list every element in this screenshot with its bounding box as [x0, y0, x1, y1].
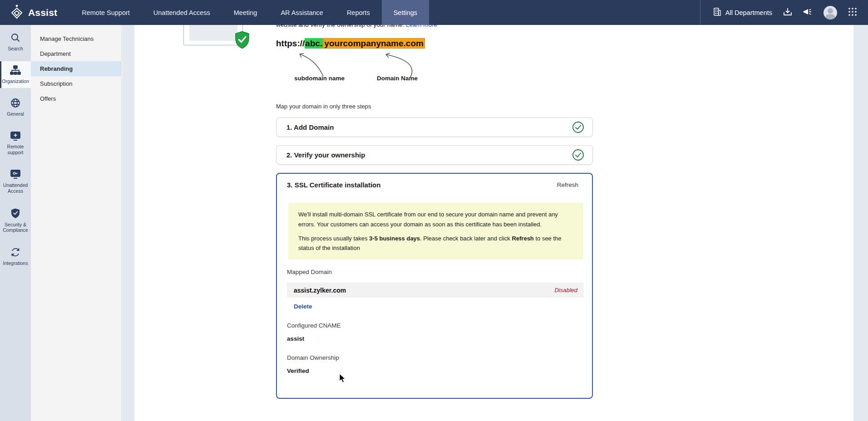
monitor-plus-icon	[10, 131, 21, 142]
mapped-domain-value: assist.zylker.com	[294, 287, 346, 294]
department-selector[interactable]: All Departments	[713, 7, 772, 18]
content-left-gutter	[122, 25, 134, 421]
brand-name: Assist	[28, 7, 57, 18]
brand[interactable]: Assist	[0, 0, 70, 25]
domain-caption: Domain Name	[377, 75, 418, 82]
mapped-domain-label: Mapped Domain	[287, 269, 332, 275]
nav-item-ar-assistance[interactable]: AR Assistance	[269, 0, 335, 25]
rail-item-label: Remote support	[2, 144, 29, 155]
rail-item-general[interactable]: General	[0, 94, 31, 121]
rail-item-security-compliance[interactable]: Security & Compliance	[0, 204, 31, 237]
ssl-info-notice: We'll install multi-domain SSL certifica…	[288, 203, 583, 259]
download-icon[interactable]	[783, 7, 792, 18]
content-scrollbar-track[interactable]	[853, 25, 868, 421]
submenu-item-subscription[interactable]: Subscription	[31, 76, 121, 91]
integrations-icon	[10, 247, 20, 259]
nav-item-reports[interactable]: Reports	[335, 0, 382, 25]
org-chart-icon	[10, 65, 21, 77]
nav-item-settings[interactable]: Settings	[382, 0, 429, 25]
step-title: 2. Verify your ownership	[286, 151, 365, 159]
nav-item-meeting[interactable]: Meeting	[222, 0, 269, 25]
nav-item-remote-support[interactable]: Remote Support	[70, 0, 142, 25]
domain-status-badge: Disabled	[554, 287, 577, 294]
monitor-key-icon	[10, 169, 21, 181]
user-avatar[interactable]	[824, 6, 837, 20]
cname-label: Configured CNAME	[287, 322, 341, 329]
ownership-value: Verified	[287, 367, 309, 374]
zoho-assist-app: Assist Remote Support Unattended Access …	[0, 0, 868, 421]
app-grid-icon[interactable]	[848, 7, 857, 18]
submenu-item-rebranding[interactable]: Rebranding	[31, 61, 121, 76]
rail-item-search[interactable]: Search	[0, 29, 31, 55]
rebranding-content: website and verify the ownership of your…	[134, 25, 853, 421]
refresh-button[interactable]: Refresh	[557, 181, 578, 188]
submenu-item-manage-technicians[interactable]: Manage Technicians	[31, 31, 121, 46]
step-complete-icon	[572, 149, 584, 161]
mapped-domain-row: assist.zylker.com Disabled	[287, 283, 584, 298]
browser-window-inner	[189, 25, 237, 41]
step-verify-ownership[interactable]: 2. Verify your ownership	[276, 145, 593, 165]
steps-heading: Map your domain in only three steps	[276, 103, 371, 110]
rail-item-label: Search	[8, 46, 23, 52]
rail-item-unattended-access[interactable]: Unattended Access	[0, 165, 31, 198]
green-shield-check-icon	[235, 31, 250, 51]
learn-more-link[interactable]: Learn more	[406, 25, 437, 28]
nav-item-unattended-access[interactable]: Unattended Access	[142, 0, 222, 25]
step-title: 1. Add Domain	[286, 123, 334, 131]
organization-submenu: Manage Technicians Department Rebranding…	[31, 25, 122, 421]
ownership-label: Domain Ownership	[287, 354, 339, 361]
cname-value: assist	[287, 335, 304, 342]
rail-item-organization[interactable]: Organization	[0, 61, 31, 88]
step-add-domain[interactable]: 1. Add Domain	[276, 117, 593, 137]
navbar-right: All Departments	[700, 0, 868, 25]
step-ssl-certificate-panel: 3. SSL Certificate installation Refresh …	[276, 173, 593, 399]
rail-item-label: Organization	[2, 78, 29, 84]
submenu-item-offers[interactable]: Offers	[31, 91, 121, 106]
top-navbar: Assist Remote Support Unattended Access …	[0, 0, 868, 25]
announcement-icon[interactable]	[803, 7, 813, 18]
subdomain-caption: subdomain name	[294, 75, 345, 82]
search-icon	[10, 33, 20, 44]
submenu-item-department[interactable]: Department	[31, 46, 121, 61]
url-subdomain-highlight: abc.	[305, 38, 323, 49]
step-complete-icon	[572, 121, 584, 133]
rail-item-label: Security & Compliance	[2, 222, 29, 233]
shield-check-icon	[10, 208, 20, 220]
url-protocol: https://	[276, 39, 305, 48]
step-title: 3. SSL Certificate installation	[287, 181, 380, 189]
building-icon	[713, 7, 721, 18]
rail-item-label: Unattended Access	[2, 182, 29, 194]
rail-item-label: General	[7, 111, 24, 117]
rail-item-remote-support[interactable]: Remote support	[0, 127, 31, 160]
example-url: https://abc.yourcompanyname.com	[276, 39, 425, 49]
assist-logo-icon	[10, 4, 24, 21]
department-label: All Departments	[725, 9, 772, 16]
settings-icon-rail: Search Organization	[0, 25, 31, 421]
notice-paragraph: We'll install multi-domain SSL certifica…	[298, 210, 573, 230]
rail-item-label: Integrations	[3, 260, 28, 266]
mouse-cursor	[339, 373, 346, 385]
globe-icon	[10, 98, 20, 109]
url-domain-highlight: yourcompanyname.com	[323, 38, 425, 49]
intro-text: website and verify the ownership of your…	[276, 25, 437, 28]
primary-nav: Remote Support Unattended Access Meeting…	[70, 0, 429, 25]
rail-item-integrations[interactable]: Integrations	[0, 243, 31, 270]
notice-paragraph: This process usually takes 3-5 business …	[298, 234, 573, 254]
delete-domain-button[interactable]: Delete	[294, 303, 312, 310]
